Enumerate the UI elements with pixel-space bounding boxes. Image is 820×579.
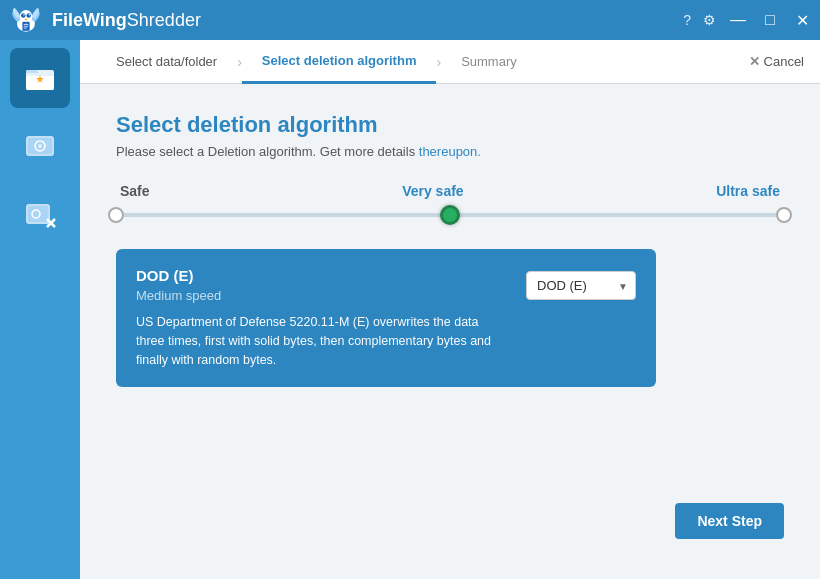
sidebar-item-disk-x[interactable]: [10, 184, 70, 244]
title-bar-controls: ? ⚙ — □ ✕: [683, 10, 812, 30]
slider-thumb-left[interactable]: [108, 207, 124, 223]
close-button[interactable]: ✕: [792, 10, 812, 30]
help-icon[interactable]: ?: [683, 12, 691, 28]
slider-thumb-right[interactable]: [776, 207, 792, 223]
content-area: Select data/folder › Select deletion alg…: [80, 40, 820, 579]
info-text: DOD (E) Medium speed US Department of De…: [136, 267, 502, 369]
slider-label-ultra-safe: Ultra safe: [716, 183, 780, 199]
sidebar: [0, 40, 80, 579]
next-step-button[interactable]: Next Step: [675, 503, 784, 539]
page-subtitle: Please select a Deletion algorithm. Get …: [116, 144, 784, 159]
info-speed: Medium speed: [136, 288, 502, 303]
slider-section: Safe Very safe Ultra safe: [116, 183, 784, 225]
dropdown-container: Safe DOD (E) Ultra safe ▼: [526, 271, 636, 300]
title-bar: FileWingShredder ? ⚙ — □ ✕: [0, 0, 820, 40]
slider-label-very-safe: Very safe: [402, 183, 464, 199]
info-algorithm-name: DOD (E): [136, 267, 502, 284]
page-title: Select deletion algorithm: [116, 112, 784, 138]
step-summary[interactable]: Summary: [441, 40, 537, 84]
svg-point-2: [21, 13, 26, 18]
slider-label-safe: Safe: [120, 183, 150, 199]
app-logo: [8, 2, 44, 38]
svg-point-4: [23, 14, 24, 15]
cancel-label: Cancel: [764, 54, 804, 69]
thereupon-link[interactable]: thereupon.: [419, 144, 481, 159]
settings-icon[interactable]: ⚙: [703, 12, 716, 28]
slider-track-filled: [116, 213, 450, 217]
svg-point-3: [26, 13, 31, 18]
cancel-icon: ✕: [749, 54, 760, 69]
svg-point-5: [29, 14, 30, 15]
slider-track-wrapper[interactable]: [116, 205, 784, 225]
info-dropdown-wrapper: Safe DOD (E) Ultra safe ▼: [526, 267, 636, 300]
algorithm-dropdown[interactable]: Safe DOD (E) Ultra safe: [526, 271, 636, 300]
title-bar-left: FileWingShredder: [8, 2, 201, 38]
page-content: Select deletion algorithm Please select …: [80, 84, 820, 579]
svg-rect-19: [28, 206, 48, 222]
cancel-button[interactable]: ✕ Cancel: [749, 54, 804, 69]
info-description: US Department of Defense 5220.11-M (E) o…: [136, 313, 502, 369]
step-select-data[interactable]: Select data/folder: [96, 40, 237, 84]
app-title: FileWingShredder: [52, 10, 201, 31]
minimize-button[interactable]: —: [728, 10, 748, 30]
main-layout: Select data/folder › Select deletion alg…: [0, 40, 820, 579]
slider-thumb-center[interactable]: [440, 205, 460, 225]
maximize-button[interactable]: □: [760, 10, 780, 30]
sidebar-item-folder[interactable]: [10, 48, 70, 108]
step-deletion-algorithm[interactable]: Select deletion algorithm: [242, 40, 437, 84]
step-bar: Select data/folder › Select deletion alg…: [80, 40, 820, 84]
sidebar-item-disk[interactable]: [10, 116, 70, 176]
info-box: DOD (E) Medium speed US Department of De…: [116, 249, 656, 387]
svg-point-17: [38, 144, 42, 148]
slider-labels: Safe Very safe Ultra safe: [116, 183, 784, 199]
